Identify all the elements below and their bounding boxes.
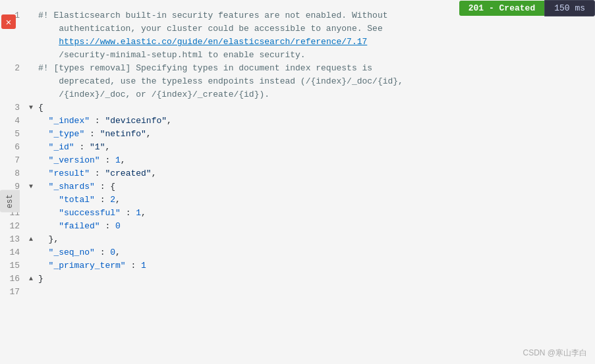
line-18: 13▲ }, bbox=[0, 233, 595, 246]
line-5: 2#! [types removal] Specifying types in … bbox=[0, 62, 595, 75]
line-number: 13 bbox=[0, 233, 26, 246]
line-number: 3 bbox=[0, 101, 26, 115]
error-icon: ✕ bbox=[1, 14, 16, 29]
line-21: 16▲} bbox=[0, 273, 595, 286]
status-badge: 201 - Created bbox=[459, 1, 544, 16]
line-20: 15 "_primary_term" : 1 bbox=[0, 259, 595, 273]
line-number: 2 bbox=[0, 62, 26, 75]
time-badge: 150 ms bbox=[544, 0, 595, 16]
line-content: authentication, your cluster could be ac… bbox=[36, 22, 595, 36]
line-content: } bbox=[36, 273, 595, 286]
line-number: 14 bbox=[0, 246, 26, 259]
line-content: "_shards" : { bbox=[36, 180, 595, 194]
line-10: 5 "_type" : "netinfo", bbox=[0, 128, 595, 141]
line-number: 6 bbox=[0, 141, 26, 154]
line-16: 11 "successful" : 1, bbox=[0, 207, 595, 220]
left-tab: est bbox=[0, 190, 20, 213]
line-6: deprecated, use the typeless endpoints i… bbox=[0, 75, 595, 88]
line-content: "_type" : "netinfo", bbox=[36, 128, 595, 141]
line-14: 9▼ "_shards" : { bbox=[0, 180, 595, 194]
line-content: "total" : 2, bbox=[36, 194, 595, 207]
line-content: https://www.elastic.co/guide/en/elastics… bbox=[36, 36, 595, 49]
line-number: 5 bbox=[0, 128, 26, 141]
line-8: 3▼{ bbox=[0, 101, 595, 115]
line-content: "_seq_no" : 0, bbox=[36, 246, 595, 259]
line-number: 7 bbox=[0, 154, 26, 167]
line-content: { bbox=[36, 101, 595, 115]
line-content: "_primary_term" : 1 bbox=[36, 259, 595, 273]
line-number: 17 bbox=[0, 286, 26, 299]
line-content: "failed" : 0 bbox=[36, 220, 595, 233]
line-content: /{index}/_doc, or /{index}/_create/{id})… bbox=[36, 88, 595, 101]
line-content: "_id" : "1", bbox=[36, 141, 595, 154]
code-area: ✕ 1#! Elasticsearch built-in security fe… bbox=[0, 0, 595, 364]
line-3: https://www.elastic.co/guide/en/elastics… bbox=[0, 36, 595, 49]
line-12: 7 "_version" : 1, bbox=[0, 154, 595, 167]
line-content: "_index" : "deviceinfo", bbox=[36, 115, 595, 128]
top-bar: 201 - Created 150 ms bbox=[459, 0, 595, 16]
line-arrow: ▲ bbox=[26, 233, 36, 246]
line-number: 8 bbox=[0, 167, 26, 180]
line-content: }, bbox=[36, 233, 595, 246]
line-content: "result" : "created", bbox=[36, 167, 595, 180]
line-19: 14 "_seq_no" : 0, bbox=[0, 246, 595, 259]
line-number: 12 bbox=[0, 220, 26, 233]
line-content: "successful" : 1, bbox=[36, 207, 595, 220]
line-13: 8 "result" : "created", bbox=[0, 167, 595, 180]
line-arrow: ▼ bbox=[26, 101, 36, 115]
line-11: 6 "_id" : "1", bbox=[0, 141, 595, 154]
line-17: 12 "failed" : 0 bbox=[0, 220, 595, 233]
line-arrow: ▼ bbox=[26, 180, 36, 194]
line-22: 17 bbox=[0, 286, 595, 299]
line-content: #! [types removal] Specifying types in d… bbox=[36, 62, 595, 75]
line-content: deprecated, use the typeless endpoints i… bbox=[36, 75, 595, 88]
line-2: authentication, your cluster could be ac… bbox=[0, 22, 595, 36]
line-content: /security-minimal-setup.html to enable s… bbox=[36, 49, 595, 62]
watermark: CSDN @寒山李白 bbox=[523, 348, 587, 359]
line-arrow: ▲ bbox=[26, 273, 36, 286]
line-4: /security-minimal-setup.html to enable s… bbox=[0, 49, 595, 62]
line-15: 10 "total" : 2, bbox=[0, 194, 595, 207]
line-number: 4 bbox=[0, 115, 26, 128]
lines-container: 1#! Elasticsearch built-in security feat… bbox=[0, 9, 595, 299]
line-7: /{index}/_doc, or /{index}/_create/{id})… bbox=[0, 88, 595, 101]
line-number: 15 bbox=[0, 259, 26, 273]
line-9: 4 "_index" : "deviceinfo", bbox=[0, 115, 595, 128]
line-content: "_version" : 1, bbox=[36, 154, 595, 167]
line-number: 16 bbox=[0, 273, 26, 286]
